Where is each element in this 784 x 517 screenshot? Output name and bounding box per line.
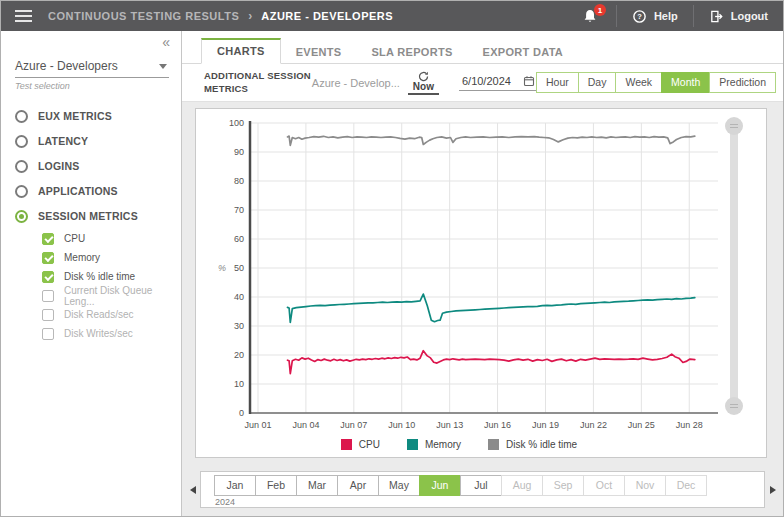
date-value: 6/10/2024	[462, 75, 511, 87]
svg-text:Jun 16: Jun 16	[484, 420, 511, 430]
arrow-left-icon	[190, 486, 196, 494]
svg-text:80: 80	[234, 176, 244, 186]
notifications-button[interactable]: 1	[564, 1, 616, 31]
help-label: Help	[654, 10, 678, 22]
month-button-feb[interactable]: Feb	[255, 475, 297, 496]
sidebar: « Azure - Developers Test selection EUX …	[1, 31, 182, 517]
time-range-buttons: Hour Day Week Month Prediction	[537, 72, 776, 93]
checkbox-checked-icon	[42, 271, 54, 283]
sidebar-item-logins[interactable]: LOGINS	[15, 159, 169, 173]
arrow-right-icon	[770, 486, 776, 494]
svg-text:Jun 04: Jun 04	[292, 420, 319, 430]
tab-bar: CHARTS EVENTS SLA REPORTS EXPORT DATA	[182, 31, 783, 64]
checkbox-unchecked-icon	[42, 309, 54, 321]
slider-handle-bottom[interactable]	[725, 397, 743, 415]
prev-month-arrow[interactable]	[185, 471, 200, 508]
month-button-may[interactable]: May	[378, 475, 420, 496]
month-button-mar[interactable]: Mar	[296, 475, 338, 496]
checkbox-checked-icon	[42, 252, 54, 264]
range-prediction-button[interactable]: Prediction	[709, 72, 776, 93]
sidebar-item-applications[interactable]: APPLICATIONS	[15, 184, 169, 198]
year-label: 2024	[215, 497, 764, 507]
range-month-button[interactable]: Month	[661, 72, 710, 93]
tab-sla-reports[interactable]: SLA REPORTS	[356, 41, 467, 64]
svg-text:Jun 10: Jun 10	[388, 420, 415, 430]
range-day-button[interactable]: Day	[578, 72, 617, 93]
calendar-icon	[523, 75, 535, 87]
metric-checkbox-memory[interactable]: Memory	[42, 251, 169, 264]
checkbox-unchecked-icon	[42, 328, 54, 340]
metric-checkbox-cpu[interactable]: CPU	[42, 232, 169, 245]
month-button-apr[interactable]: Apr	[337, 475, 379, 496]
radio-icon	[15, 110, 28, 123]
radio-icon	[15, 160, 28, 173]
svg-text:Jun 25: Jun 25	[628, 420, 655, 430]
legend-item-disk-idle[interactable]: Disk % idle time	[488, 439, 577, 450]
breadcrumb-current: AZURE - DEVELOPERS	[261, 10, 393, 22]
sidebar-item-latency[interactable]: LATENCY	[15, 134, 169, 148]
svg-text:50: 50	[234, 263, 244, 273]
test-selection-dropdown[interactable]: Azure - Developers	[15, 59, 169, 78]
zoom-range-slider	[725, 117, 743, 415]
svg-text:20: 20	[234, 350, 244, 360]
next-month-arrow[interactable]	[765, 471, 780, 508]
svg-text:30: 30	[234, 321, 244, 331]
metric-checkbox-disk-idle[interactable]: Disk % idle time	[42, 270, 169, 283]
month-button-sep: Sep	[542, 475, 584, 496]
breadcrumb-separator: ›	[248, 9, 252, 23]
radio-icon	[15, 185, 28, 198]
svg-text:%: %	[218, 263, 226, 273]
radio-icon	[15, 135, 28, 148]
session-name: Azure - Develop...	[312, 77, 400, 89]
month-button-aug: Aug	[501, 475, 543, 496]
menu-icon[interactable]	[15, 10, 32, 22]
metric-checkbox-disk-queue[interactable]: Current Disk Queue Leng...	[42, 289, 169, 302]
sidebar-item-session-metrics[interactable]: SESSION METRICS	[15, 209, 169, 223]
svg-text:Jun 01: Jun 01	[244, 420, 271, 430]
legend-item-memory[interactable]: Memory	[407, 439, 461, 450]
checkbox-unchecked-icon	[42, 290, 54, 302]
slider-handle-top[interactable]	[725, 117, 743, 135]
svg-text:Jun 28: Jun 28	[676, 420, 703, 430]
collapse-sidebar-icon[interactable]: «	[162, 34, 170, 50]
radio-selected-icon	[15, 210, 28, 223]
metric-checkbox-disk-writes[interactable]: Disk Writes/sec	[42, 327, 169, 340]
month-button-jan[interactable]: Jan	[214, 475, 256, 496]
slider-track[interactable]	[730, 126, 738, 406]
session-chart-svg[interactable]: 0102030405060708090100Jun 01Jun 04Jun 07…	[202, 113, 747, 435]
notification-badge: 1	[594, 4, 606, 16]
sidebar-item-eux-metrics[interactable]: EUX METRICS	[15, 109, 169, 123]
range-hour-button[interactable]: Hour	[536, 72, 579, 93]
main-content: CHARTS EVENTS SLA REPORTS EXPORT DATA AD…	[182, 31, 783, 517]
legend-item-cpu[interactable]: CPU	[341, 439, 380, 450]
memory-swatch	[407, 439, 418, 450]
chart-region: 0102030405060708090100Jun 01Jun 04Jun 07…	[182, 102, 783, 461]
tab-charts[interactable]: CHARTS	[201, 38, 281, 64]
breadcrumb-root[interactable]: CONTINUOUS TESTING RESULTS	[48, 10, 239, 22]
month-button-dec: Dec	[665, 475, 707, 496]
chart-legend: CPU Memory Disk % idle time	[196, 439, 722, 450]
range-week-button[interactable]: Week	[615, 72, 662, 93]
tab-export-data[interactable]: EXPORT DATA	[468, 41, 579, 64]
svg-text:Jun 22: Jun 22	[580, 420, 607, 430]
now-label: Now	[413, 81, 434, 92]
chart-toolbar: ADDITIONAL SESSION METRICS Azure - Devel…	[182, 64, 783, 102]
test-selection-value: Azure - Developers	[15, 59, 118, 73]
month-button-jun[interactable]: Jun	[419, 475, 461, 496]
svg-text:Jun 07: Jun 07	[340, 420, 367, 430]
app-window: CONTINUOUS TESTING RESULTS › AZURE - DEV…	[0, 0, 784, 517]
month-button-jul[interactable]: Jul	[460, 475, 502, 496]
svg-text:90: 90	[234, 147, 244, 157]
month-panel: Jan Feb Mar Apr May Jun Jul Aug Sep Oct …	[200, 471, 765, 508]
tab-events[interactable]: EVENTS	[281, 41, 357, 64]
help-button[interactable]: ? Help	[617, 1, 693, 31]
svg-text:100: 100	[229, 118, 244, 128]
logout-button[interactable]: Logout	[694, 1, 783, 31]
top-bar: CONTINUOUS TESTING RESULTS › AZURE - DEV…	[1, 1, 783, 31]
metric-checkbox-disk-reads[interactable]: Disk Reads/sec	[42, 308, 169, 321]
section-title: ADDITIONAL SESSION METRICS	[204, 70, 312, 95]
date-input[interactable]: 6/10/2024	[459, 75, 537, 91]
test-selection-caption: Test selection	[15, 81, 169, 91]
svg-text:60: 60	[234, 234, 244, 244]
refresh-now-button[interactable]: Now	[408, 70, 439, 95]
